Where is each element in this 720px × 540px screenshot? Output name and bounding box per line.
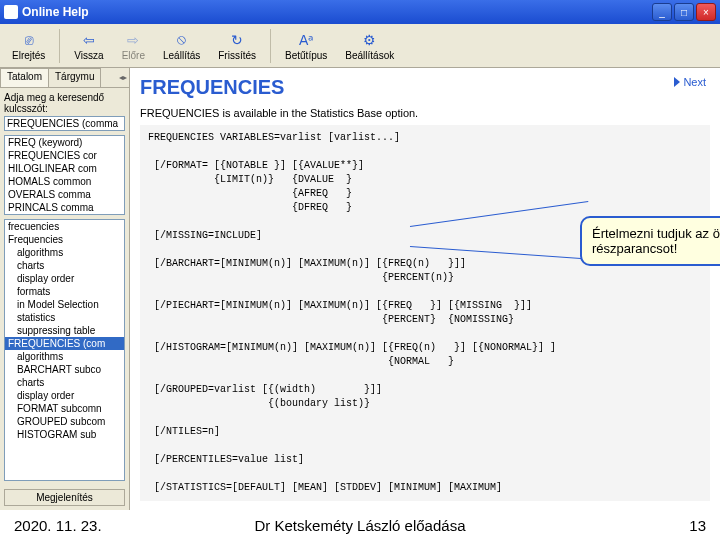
hide-icon: ⎚ [20,31,38,49]
list-item[interactable]: FREQ (keyword) [5,136,124,149]
topic-tree[interactable]: frecuenciesFrequenciesalgorithmschartsdi… [4,219,125,481]
list-item[interactable]: OVERALS comma [5,188,124,201]
result-list[interactable]: FREQ (keyword)FREQUENCIES corHILOGLINEAR… [4,135,125,215]
callout-bubble: Értelmezni tudjuk az összes részparancso… [580,216,720,266]
stop-button[interactable]: ⦸ Leállítás [155,29,208,63]
list-item[interactable]: HILOGLINEAR com [5,162,124,175]
minimize-button[interactable]: _ [652,3,672,21]
tree-item[interactable]: charts [5,376,124,389]
list-item[interactable]: PRINCALS comma [5,201,124,214]
tree-item[interactable]: FREQUENCIES (com [5,337,124,350]
content-pane: Next FREQUENCIES FREQUENCIES is availabl… [130,68,720,510]
footer-author: Dr Ketskeméty László előadása [255,517,466,534]
tree-item[interactable]: HISTOGRAM sub [5,428,124,441]
tree-item[interactable]: display order [5,389,124,402]
tab-index[interactable]: Tárgymu [48,68,101,87]
tree-item[interactable]: frecuencies [5,220,124,233]
window-title: Online Help [22,5,89,19]
sidebar: Tatalom Tárgymu ◂▸ Adja meg a keresendő … [0,68,130,510]
app-icon [4,5,18,19]
tree-item[interactable]: algorithms [5,246,124,259]
tree-item[interactable]: statistics [5,311,124,324]
tree-item[interactable]: BARCHART subco [5,363,124,376]
titlebar: Online Help _ □ × [0,0,720,24]
tab-overflow[interactable]: ◂▸ [100,68,129,87]
page-title: FREQUENCIES [140,76,710,99]
gear-icon: ⚙ [361,31,379,49]
tab-contents[interactable]: Tatalom [0,68,49,87]
search-input[interactable] [4,116,125,131]
close-button[interactable]: × [696,3,716,21]
next-link[interactable]: Next [674,76,706,88]
tree-item[interactable]: algorithms [5,350,124,363]
refresh-icon: ↻ [228,31,246,49]
tree-item[interactable]: FORMAT subcomn [5,402,124,415]
intro-text: FREQUENCIES is available in the Statisti… [140,107,710,119]
forward-button[interactable]: ⇨ Előre [114,29,153,63]
tree-item[interactable]: in Model Selection [5,298,124,311]
list-item[interactable]: PROBIT command [5,214,124,215]
footer-date: 2020. 11. 23. [14,517,102,534]
slide-footer: 2020. 11. 23. Dr Ketskeméty László előad… [0,510,720,540]
options-button[interactable]: ⚙ Beállítások [337,29,402,63]
display-button[interactable]: Megjelenítés [4,489,125,506]
back-icon: ⇦ [80,31,98,49]
syntax-box: FREQUENCIES VARIABLES=varlist [varlist..… [140,125,710,501]
list-item[interactable]: HOMALS common [5,175,124,188]
tree-item[interactable]: formats [5,285,124,298]
toolbar: ⎚ Elrejtés ⇦ Vissza ⇨ Előre ⦸ Leállítás … [0,24,720,68]
back-button[interactable]: ⇦ Vissza [66,29,111,63]
refresh-button[interactable]: ↻ Frissítés [210,29,264,63]
list-item[interactable]: FREQUENCIES cor [5,149,124,162]
next-arrow-icon [674,77,680,87]
tree-item[interactable]: GROUPED subcom [5,415,124,428]
tree-item[interactable]: suppressing table [5,324,124,337]
tree-item[interactable]: charts [5,259,124,272]
footer-page: 13 [689,517,706,534]
tree-item[interactable]: display order [5,272,124,285]
forward-icon: ⇨ [124,31,142,49]
maximize-button[interactable]: □ [674,3,694,21]
hide-button[interactable]: ⎚ Elrejtés [4,29,53,63]
stop-icon: ⦸ [173,31,191,49]
search-label: Adja meg a keresendő kulcsszót: [0,88,129,116]
font-icon: Aᵃ [297,31,315,49]
tree-item[interactable]: Frequencies [5,233,124,246]
font-button[interactable]: Aᵃ Betűtípus [277,29,335,63]
